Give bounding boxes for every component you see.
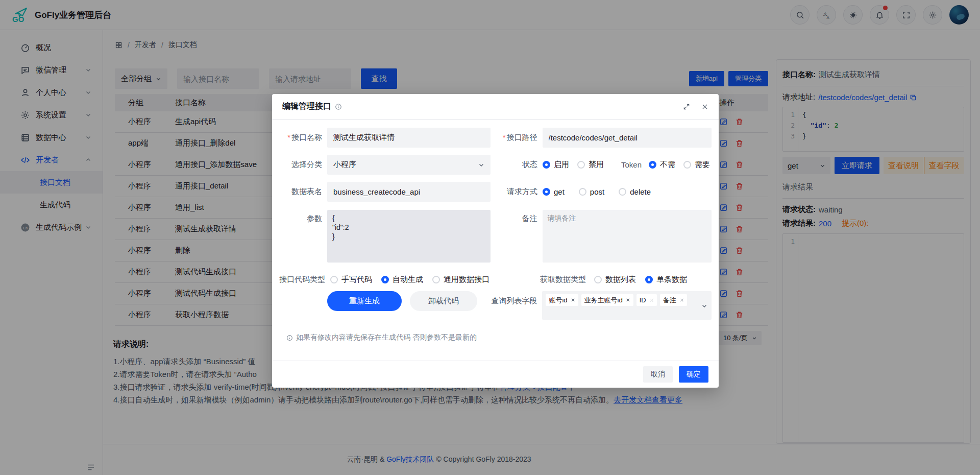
modal-header: 编辑管理接口 xyxy=(272,94,719,120)
radio-label: 通用数据接口 xyxy=(444,275,489,284)
field-label-method: 请求方式 xyxy=(491,187,537,197)
query-field-tag: ID xyxy=(636,294,657,306)
data-type-radio-0[interactable]: 数据列表 xyxy=(594,275,636,284)
query-field-tag: 业务主账号id xyxy=(581,294,633,306)
modal-title: 编辑管理接口 xyxy=(282,101,331,112)
tag-label: 备注 xyxy=(663,296,676,305)
modal-note: 如果有修改内容请先保存在生成代码 否则参数不是最新的 xyxy=(286,333,712,342)
query-field-tag: 备注 xyxy=(660,294,687,306)
confirm-button[interactable]: 确定 xyxy=(679,366,708,383)
token-radio-1[interactable]: 需要 xyxy=(683,160,710,170)
code-type-radio-0[interactable]: 手写代码 xyxy=(330,275,372,284)
radio-dot xyxy=(649,161,656,169)
tag-label: ID xyxy=(640,296,646,304)
api-name-input[interactable] xyxy=(327,128,491,148)
method-radio-2[interactable]: delete xyxy=(619,187,651,196)
radio-dot xyxy=(543,161,550,169)
tag-remove-icon[interactable] xyxy=(571,298,575,302)
modal-note-text: 如果有修改内容请先保存在生成代码 否则参数不是最新的 xyxy=(296,333,477,342)
info-icon xyxy=(335,103,342,110)
api-path-input[interactable] xyxy=(543,128,712,148)
radio-dot xyxy=(577,161,585,169)
modal-footer: 取消 确定 xyxy=(272,361,719,388)
regenerate-button[interactable]: 重新生成 xyxy=(327,291,402,311)
field-label-status: 状态 xyxy=(491,160,537,170)
radio-label: 手写代码 xyxy=(341,275,372,284)
radio-dot xyxy=(645,276,653,283)
radio-label: 单条数据 xyxy=(656,275,687,284)
status-radio-0[interactable]: 启用 xyxy=(543,160,569,170)
field-label-code-type: 接口代码类型 xyxy=(279,275,325,284)
query-fields-multiselect[interactable]: 账号id业务主账号idID备注 xyxy=(542,291,712,320)
radio-label: 禁用 xyxy=(589,160,604,170)
code-type-radio-1[interactable]: 自动生成 xyxy=(381,275,423,284)
radio-dot xyxy=(432,276,440,283)
modal-body: 接口名称 接口路径 选择分类 小程序 状态 启用禁用 Token 不需需要 数据… xyxy=(272,120,719,342)
radio-label: 需要 xyxy=(695,160,710,170)
method-radio-1[interactable]: post xyxy=(579,187,604,196)
tag-label: 业务主账号id xyxy=(584,296,623,305)
status-radio-1[interactable]: 禁用 xyxy=(577,160,604,170)
chevron-down-icon xyxy=(701,302,707,311)
radio-dot xyxy=(543,188,550,196)
radio-label: 启用 xyxy=(554,160,569,170)
field-label-table: 数据表名 xyxy=(279,187,322,197)
field-label-token: Token xyxy=(621,160,642,169)
radio-label: 数据列表 xyxy=(605,275,636,284)
radio-dot xyxy=(381,276,389,283)
radio-dot xyxy=(330,276,338,283)
radio-label: 不需 xyxy=(660,160,675,170)
field-label-category: 选择分类 xyxy=(279,160,322,170)
radio-label: delete xyxy=(630,187,651,196)
tag-remove-icon[interactable] xyxy=(649,298,654,302)
radio-label: 自动生成 xyxy=(393,275,423,284)
radio-dot xyxy=(594,276,602,283)
table-name-input[interactable] xyxy=(327,182,491,202)
tag-remove-icon[interactable] xyxy=(679,298,684,302)
field-label-api-path: 接口路径 xyxy=(491,133,537,142)
code-type-radio-2[interactable]: 通用数据接口 xyxy=(432,275,489,284)
category-value: 小程序 xyxy=(333,160,356,170)
radio-dot xyxy=(683,161,691,169)
maximize-icon[interactable] xyxy=(683,103,690,110)
token-radio-0[interactable]: 不需 xyxy=(649,160,675,170)
field-label-api-name: 接口名称 xyxy=(279,133,322,142)
tag-remove-icon[interactable] xyxy=(626,298,630,302)
field-label-data-type: 获取数据类型 xyxy=(540,275,586,284)
method-radio-0[interactable]: get xyxy=(543,187,565,196)
close-icon[interactable] xyxy=(701,103,708,110)
chevron-down-icon xyxy=(478,162,484,168)
remark-textarea[interactable] xyxy=(543,210,712,263)
data-type-radio-1[interactable]: 单条数据 xyxy=(645,275,687,284)
unload-code-button[interactable]: 卸载代码 xyxy=(410,291,477,311)
cancel-button[interactable]: 取消 xyxy=(643,366,673,383)
radio-dot xyxy=(579,188,586,196)
radio-label: post xyxy=(590,187,604,196)
params-textarea[interactable]: { "id":2 } xyxy=(327,210,491,263)
tag-label: 账号id xyxy=(549,296,567,305)
radio-dot xyxy=(619,188,626,196)
category-select[interactable]: 小程序 xyxy=(327,155,491,175)
field-label-params: 参数 xyxy=(279,210,322,224)
field-label-query-fields: 查询列表字段 xyxy=(490,291,537,306)
radio-label: get xyxy=(554,187,565,196)
edit-api-modal: 编辑管理接口 接口名称 接口路径 选择分类 小程序 状态 xyxy=(272,94,719,388)
query-field-tag: 账号id xyxy=(546,294,578,306)
field-label-remark: 备注 xyxy=(491,210,537,224)
